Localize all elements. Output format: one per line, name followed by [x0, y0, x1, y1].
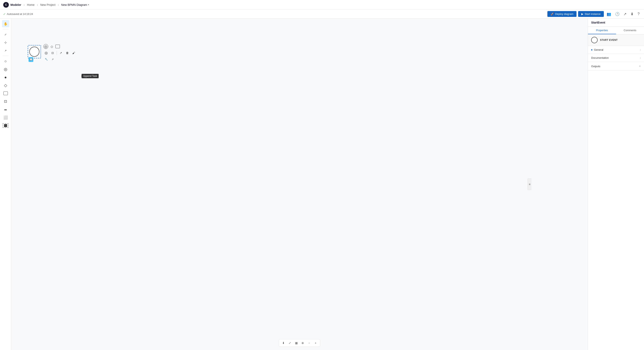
- start-event-properties-header: START EVENT: [588, 34, 644, 46]
- toolbar-actions: 🚀 Deploy diagram ▶ Start instance 👥 🕐 ↗ …: [548, 11, 641, 18]
- tab-properties[interactable]: Properties: [588, 27, 616, 34]
- start-event-button[interactable]: ○: [2, 58, 9, 65]
- download-icon: ⬇: [630, 12, 634, 16]
- share-button[interactable]: ↗: [622, 11, 628, 18]
- append-gateway-btn[interactable]: ◇: [49, 44, 55, 49]
- collaborators-button[interactable]: 👥: [606, 11, 612, 18]
- task-button[interactable]: [2, 90, 9, 97]
- autosave-checkmark: ✓: [3, 13, 6, 16]
- group-icon: ⬜: [4, 115, 8, 120]
- autosave-text: Autosaved at 14:19:24: [7, 13, 33, 16]
- top-nav: C Modeler › Home › New Project › New BPM…: [0, 0, 644, 10]
- deploy-label: Deploy diagram: [555, 13, 573, 16]
- panel-header: StartEvent: [588, 19, 644, 27]
- deploy-icon: 🚀: [550, 13, 554, 16]
- select-tool-button[interactable]: ⤢: [2, 31, 9, 38]
- outputs-label: Outputs: [591, 65, 639, 68]
- outputs-plus: +: [639, 64, 641, 68]
- select-icon: ⤢: [4, 33, 7, 36]
- app-name: Modeler: [10, 3, 21, 7]
- documentation-property-row[interactable]: Documentation ›: [588, 54, 644, 62]
- start-event-type-label: START EVENT: [600, 39, 618, 42]
- fullscreen-icon: ⤢: [289, 341, 291, 344]
- pool-button[interactable]: ▬: [2, 106, 9, 113]
- help-icon: ?: [638, 12, 640, 16]
- app-logo: C: [3, 2, 9, 8]
- start-event-element[interactable]: 💬: [29, 47, 39, 57]
- outputs-property-row[interactable]: Outputs +: [588, 62, 644, 71]
- breadcrumb-sep-3: ›: [58, 3, 59, 7]
- help-button[interactable]: ?: [636, 11, 641, 17]
- general-dot: [591, 49, 592, 51]
- participant-button[interactable]: ⬛: [2, 122, 9, 129]
- task-icon: [4, 92, 8, 95]
- hand-icon: ✋: [4, 22, 8, 26]
- canvas-area[interactable]: 💬 ◎ ◇ Append Task ◎ ⊡ ↗ 🗑: [11, 19, 588, 350]
- start-event-icon-prop: [591, 37, 598, 43]
- color-btn[interactable]: 🖌: [71, 50, 76, 56]
- details-toggle[interactable]: ≡: [528, 179, 532, 190]
- breadcrumb-home[interactable]: Home: [27, 3, 34, 7]
- end-event-icon: ●: [4, 75, 7, 80]
- hand-tool-button[interactable]: ✋: [2, 20, 9, 27]
- general-label: General: [594, 48, 640, 51]
- move-tool-button[interactable]: ⊹: [2, 39, 9, 46]
- gateway-icon: ◇: [4, 83, 7, 88]
- start-event-circle: [29, 47, 39, 57]
- center-icon: ⊕: [302, 341, 304, 344]
- start-label: Start instance: [584, 13, 600, 16]
- left-toolbar: ✋ ⤢ ⊹ ↗ ○ ◎ ● ◇ ⊡ ▬: [0, 19, 11, 350]
- append-intermediate-event-btn[interactable]: ◎: [44, 44, 48, 49]
- context-menu: ◎ ◇ Append Task ◎ ⊡ ↗ 🗑 🖌 🔧: [44, 44, 76, 62]
- reset-view-icon: ▦: [295, 341, 298, 344]
- autosave-status: ✓ Autosaved at 14:19:24: [3, 13, 33, 16]
- append-task-tooltip: Append Task: [82, 74, 99, 78]
- main-layout: ✋ ⤢ ⊹ ↗ ○ ◎ ● ◇ ⊡ ▬: [0, 19, 644, 350]
- pool-icon: ▬: [4, 108, 7, 111]
- zoom-in-icon: +: [315, 341, 316, 344]
- append-intermediate-event2-btn[interactable]: ◎: [44, 50, 49, 56]
- append-task-btn[interactable]: [56, 45, 60, 48]
- comment-bubble[interactable]: 💬: [28, 57, 33, 62]
- lasso-icon: ↗: [4, 49, 7, 52]
- right-panel: StartEvent Properties Comments START EVE…: [588, 19, 644, 350]
- documentation-chevron: ›: [640, 57, 641, 59]
- fullscreen-button[interactable]: ⤢: [287, 340, 293, 346]
- details-toggle-icon: ≡: [529, 183, 530, 186]
- zoom-in-button[interactable]: +: [313, 340, 318, 346]
- canvas-controls: ⬇ ⤢ ▦ ⊕ − +: [279, 339, 320, 347]
- subprocess-icon: ⊡: [4, 99, 7, 104]
- breadcrumb-dropdown-icon: ▾: [88, 4, 89, 6]
- tab-comments[interactable]: Comments: [616, 27, 644, 34]
- collaborators-icon: 👥: [607, 12, 611, 16]
- breadcrumb-diagram[interactable]: New BPMN Diagram ▾: [61, 3, 89, 7]
- deploy-diagram-button[interactable]: 🚀 Deploy diagram: [548, 11, 576, 17]
- zoom-out-button[interactable]: −: [306, 340, 312, 346]
- center-button[interactable]: ⊕: [300, 340, 306, 346]
- intermediate-event-button[interactable]: ◎: [2, 66, 9, 73]
- gateway-button[interactable]: ◇: [2, 82, 9, 89]
- fit-to-screen-icon: ⬇: [282, 341, 285, 344]
- subprocess-button[interactable]: ⊡: [2, 98, 9, 105]
- participant-icon: ⬛: [2, 123, 8, 128]
- start-event-icon: ○: [4, 59, 7, 64]
- download-button[interactable]: ⬇: [629, 11, 635, 18]
- history-button[interactable]: 🕐: [614, 11, 621, 18]
- wrench-btn[interactable]: 🔧: [44, 57, 49, 62]
- panel-tabs: Properties Comments: [588, 27, 644, 34]
- general-property-row[interactable]: General ›: [588, 46, 644, 54]
- reset-view-button[interactable]: ▦: [294, 340, 299, 346]
- more-arrows-btn[interactable]: ↗: [50, 57, 56, 62]
- connect-btn[interactable]: ↗: [58, 50, 64, 56]
- end-event-button[interactable]: ●: [2, 74, 9, 81]
- group-button[interactable]: ⬜: [2, 114, 9, 121]
- delete-btn[interactable]: 🗑: [64, 50, 70, 56]
- fit-to-screen-button[interactable]: ⬇: [280, 340, 286, 346]
- lasso-tool-button[interactable]: ↗: [2, 47, 9, 54]
- intermediate-event-icon: ◎: [4, 67, 7, 72]
- start-instance-button[interactable]: ▶ Start instance: [578, 11, 604, 17]
- more-btn[interactable]: ⊡: [50, 50, 56, 56]
- history-icon: 🕐: [615, 12, 620, 16]
- bpmn-canvas: 💬 ◎ ◇ Append Task ◎ ⊡ ↗ 🗑: [11, 19, 588, 350]
- breadcrumb-project[interactable]: New Project: [40, 3, 55, 7]
